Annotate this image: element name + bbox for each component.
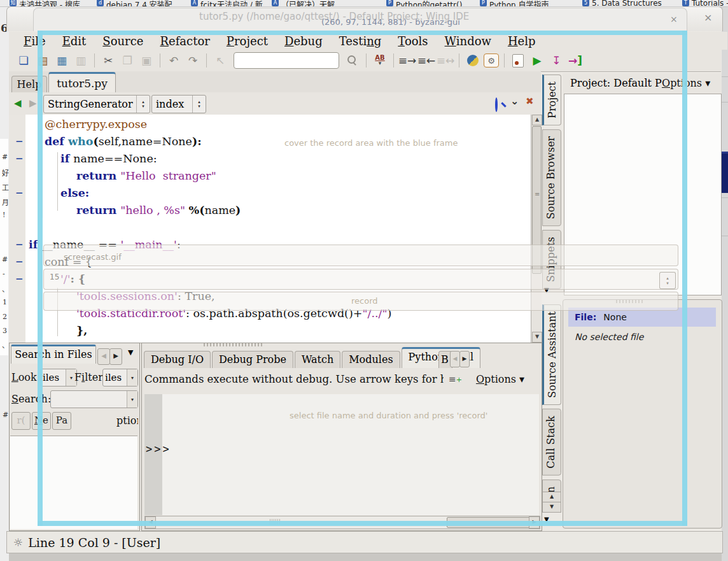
- search-button-pa[interactable]: Pa: [52, 412, 71, 430]
- chevron-down-icon[interactable]: ▾: [127, 369, 137, 386]
- menu-edit[interactable]: Edit: [54, 34, 95, 48]
- browser-tab[interactable]: PPython的getattr(),: [386, 0, 465, 7]
- filter-combobox[interactable]: iles ▾: [102, 369, 138, 387]
- tab-debug-probe[interactable]: Debug Probe: [212, 351, 293, 368]
- tabs-scroll-right-icon[interactable]: ▶: [459, 351, 470, 367]
- code-line[interactable]: [25, 219, 529, 236]
- tab-debug-i-o[interactable]: Debug I/O: [144, 351, 211, 368]
- fold-collapse-icon[interactable]: −: [15, 188, 24, 197]
- capture-frame-bottom[interactable]: [38, 521, 687, 526]
- code-line[interactable]: if name==None:: [25, 150, 529, 167]
- toolbar-search-input[interactable]: [234, 52, 339, 69]
- menu-project[interactable]: Project: [218, 34, 276, 48]
- indent-right-icon[interactable]: ≡→: [399, 53, 416, 68]
- debug-to-cursor-icon[interactable]: ↧: [548, 53, 564, 68]
- configure-icon[interactable]: ⚙: [484, 53, 499, 67]
- capture-frame-top[interactable]: [38, 31, 687, 35]
- look-in-combobox[interactable]: iles ▾: [40, 369, 77, 387]
- byzanz-filename-field[interactable]: [43, 245, 678, 266]
- spinner-arrows-icon[interactable]: ▴▾: [192, 96, 206, 113]
- spinner-arrows-icon[interactable]: ▴▾: [659, 272, 676, 289]
- tab-tutor5[interactable]: tutor5.py: [48, 72, 116, 94]
- search-options-label-clipped[interactable]: ptions: [116, 415, 138, 427]
- paste-icon[interactable]: ▣: [138, 53, 155, 68]
- capture-frame-right[interactable]: [682, 31, 687, 526]
- key-icon[interactable]: [495, 97, 498, 112]
- copy-icon[interactable]: ❐: [119, 53, 136, 68]
- redo-icon[interactable]: ↷: [185, 53, 201, 68]
- fold-collapse-icon[interactable]: −: [15, 154, 24, 163]
- vtab-source-assistant[interactable]: Source Assistant: [542, 304, 561, 405]
- tab-modules[interactable]: Modules: [342, 351, 400, 368]
- fold-collapse-icon[interactable]: −: [15, 274, 24, 283]
- breakpoint-icon[interactable]: [510, 53, 526, 68]
- history-forward-icon[interactable]: ▶: [29, 97, 37, 109]
- tab-watch[interactable]: Watch: [295, 351, 340, 368]
- python-environment-icon[interactable]: [465, 53, 481, 68]
- browser-tab[interactable]: A（已解决）无解: [272, 0, 335, 7]
- goto-selection-icon[interactable]: ↖: [212, 53, 228, 68]
- wing-close-icon[interactable]: ×: [704, 11, 712, 24]
- scope-combobox[interactable]: StringGenerator ▴▾: [43, 95, 150, 113]
- cut-icon[interactable]: ✂: [100, 53, 116, 68]
- menu-tools[interactable]: Tools: [389, 34, 436, 48]
- menu-file[interactable]: File: [15, 34, 54, 48]
- fold-collapse-icon[interactable]: −: [15, 257, 24, 266]
- save-all-icon[interactable]: ▥: [73, 53, 89, 68]
- vtabs-down-icon[interactable]: ▼: [542, 502, 561, 513]
- panel-menu-icon[interactable]: ▼: [128, 348, 133, 357]
- menu-refactor[interactable]: Refactor: [151, 34, 218, 48]
- browser-tab[interactable]: Afcitx无法启动 / 新: [191, 0, 263, 7]
- code-fold-gutter[interactable]: −−−−−−: [9, 115, 25, 343]
- panel-tab-right-icon[interactable]: ▶: [109, 348, 122, 365]
- search-icon[interactable]: [344, 53, 361, 68]
- code-line[interactable]: return "Hello stranger": [25, 167, 529, 185]
- open-folder-icon[interactable]: ▤: [34, 53, 51, 68]
- vtab-project[interactable]: Project: [542, 75, 561, 125]
- vtab-source-browser[interactable]: Source Browser: [542, 129, 561, 226]
- run-icon[interactable]: ▶: [529, 53, 545, 68]
- indent-left-icon[interactable]: ≡←: [418, 53, 435, 68]
- search-button-r[interactable]: r(: [11, 412, 31, 430]
- vtabs-up-icon[interactable]: ▲: [542, 492, 561, 502]
- menu-help[interactable]: Help: [500, 34, 544, 48]
- scroll-down-icon[interactable]: ▼: [532, 332, 542, 343]
- browser-tab[interactable]: TTutorials —: [682, 0, 728, 7]
- new-file-icon[interactable]: ❏: [15, 53, 32, 68]
- byzanz-duration-field[interactable]: [43, 269, 678, 290]
- member-combobox[interactable]: index ▴▾: [151, 95, 206, 113]
- indent-match-icon[interactable]: ≡↔: [437, 53, 454, 68]
- capture-frame-left[interactable]: [38, 31, 43, 526]
- fold-collapse-icon[interactable]: −: [15, 240, 24, 249]
- shell-prompt-icon[interactable]: ≡+: [449, 374, 462, 384]
- spinner-arrows-icon[interactable]: ▴▾: [136, 96, 150, 113]
- menu-window[interactable]: Window: [437, 34, 500, 48]
- tab-search-in-files[interactable]: Search in Files: [11, 344, 96, 364]
- panel-tab-left-icon[interactable]: ◀: [97, 348, 110, 365]
- splitter-grip[interactable]: [204, 343, 262, 346]
- save-icon[interactable]: ▦: [53, 53, 70, 68]
- code-line[interactable]: else:: [25, 185, 529, 202]
- scroll-up-icon[interactable]: ▲: [532, 115, 542, 125]
- search-results-area[interactable]: [10, 436, 137, 529]
- menu-testing[interactable]: Testing: [331, 34, 390, 48]
- browser-tab[interactable]: PPython 自学指南: [480, 0, 549, 7]
- fold-collapse-icon[interactable]: −: [15, 137, 24, 146]
- browser-tab[interactable]: 55. Data Structures: [582, 0, 662, 7]
- vtab-call-stack[interactable]: Call Stack: [542, 409, 561, 476]
- close-editor-icon[interactable]: ✖: [526, 96, 534, 107]
- step-into-icon[interactable]: →]: [567, 53, 584, 68]
- search-combobox[interactable]: ▾: [50, 390, 138, 408]
- tabs-scroll-left-icon[interactable]: ◀: [450, 351, 460, 367]
- shell-options-button[interactable]: Options ▾: [476, 373, 524, 385]
- code-line[interactable]: },: [25, 322, 529, 339]
- code-line[interactable]: @cherrypy.expose: [25, 116, 529, 133]
- replace-icon[interactable]: AB▾: [372, 53, 388, 68]
- history-back-icon[interactable]: ◀: [14, 97, 22, 109]
- browser-tab[interactable]: ddebian 7.4 安装配: [97, 0, 172, 7]
- browser-tab[interactable]: 知未鸿共鸿观 - 搜库: [10, 0, 80, 7]
- chevron-down-icon[interactable]: ⌄: [510, 95, 519, 107]
- byzanz-close-icon[interactable]: ×: [670, 14, 678, 24]
- menu-source[interactable]: Source: [94, 34, 151, 48]
- undo-icon[interactable]: ↶: [165, 53, 182, 68]
